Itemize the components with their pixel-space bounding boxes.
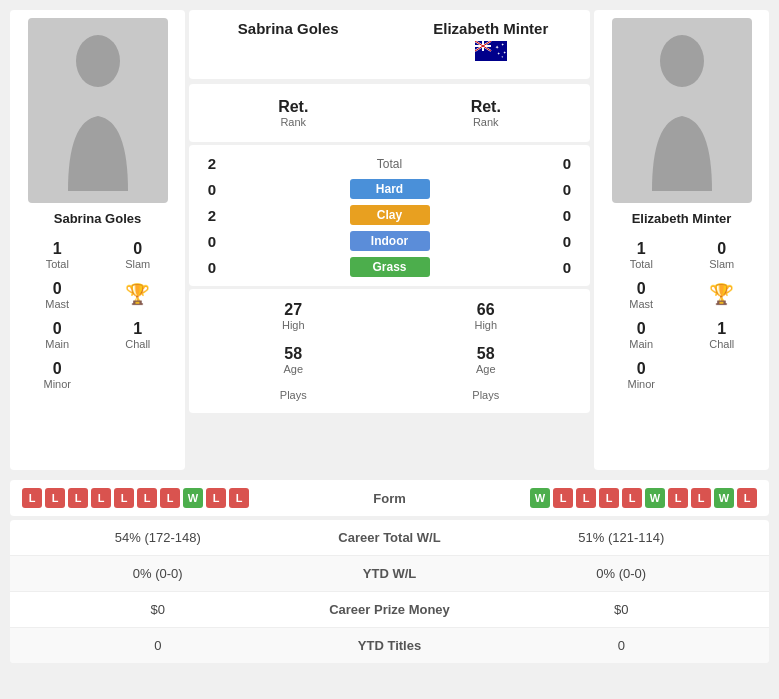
player2-total-cell: 1 Total [602, 236, 681, 274]
player1-avatar [28, 18, 168, 203]
player1-total-val: 1 [53, 240, 62, 258]
player1-rank-label: Rank [197, 116, 390, 128]
player1-minor-label: Minor [43, 378, 71, 390]
p2-form-8: L [691, 488, 711, 508]
p2-form-7: L [668, 488, 688, 508]
p1-age-val: 58 [197, 345, 390, 363]
player1-main-cell: 0 Main [18, 316, 97, 354]
player2-ret: Ret. [390, 98, 583, 116]
player1-ret: Ret. [197, 98, 390, 116]
player1-mast-label: Mast [45, 298, 69, 310]
player2-mast-label: Mast [629, 298, 653, 310]
p1-age-label: Age [197, 363, 390, 375]
career-total-label: Career Total W/L [290, 530, 490, 545]
p2-age-label: Age [390, 363, 583, 375]
p2-form-2: L [553, 488, 573, 508]
player1-mast-val: 0 [53, 280, 62, 298]
player1-name: Sabrina Goles [54, 211, 141, 226]
player2-mast-val: 0 [637, 280, 646, 298]
center-player2-name: Elizabeth Minter [433, 20, 548, 37]
player2-minor-cell: 0 Minor [602, 356, 681, 394]
grass-p2: 0 [552, 259, 582, 276]
hard-badge: Hard [350, 179, 430, 199]
player2-form-badges: W L L L L W L L W L [430, 488, 758, 508]
form-section: L L L L L L L W L L Form W L L L L W L L… [10, 480, 769, 516]
player2-avatar [612, 18, 752, 203]
hard-p2: 0 [552, 181, 582, 198]
total-label: Total [227, 157, 552, 171]
player2-slam-label: Slam [709, 258, 734, 270]
clay-p1: 2 [197, 207, 227, 224]
p2-form-5: L [622, 488, 642, 508]
player2-chall-label: Chall [709, 338, 734, 350]
player1-card: Sabrina Goles 1 Total 0 Slam 0 Mast 🏆 [10, 10, 185, 470]
player2-card: Elizabeth Minter 1 Total 0 Slam 0 Mast 🏆 [594, 10, 769, 470]
trophy1-icon: 🏆 [125, 282, 150, 306]
clay-badge: Clay [350, 205, 430, 225]
svg-point-14 [660, 35, 704, 87]
indoor-p1: 0 [197, 233, 227, 250]
indoor-badge: Indoor [350, 231, 430, 251]
player1-minor-val: 0 [53, 360, 62, 378]
clay-row: 2 Clay 0 [197, 202, 582, 228]
rank-row: Ret. Rank Ret. Rank [197, 94, 582, 132]
career-total-p1: 54% (172-148) [26, 530, 290, 545]
p1-form-3: L [68, 488, 88, 508]
player1-main-label: Main [45, 338, 69, 350]
surface-section: 2 Total 0 0 Hard 0 2 Clay 0 0 Indoor [189, 145, 590, 286]
stats-table: 54% (172-148) Career Total W/L 51% (121-… [10, 520, 769, 663]
p2-plays-label: Plays [390, 389, 583, 401]
p2-form-10: L [737, 488, 757, 508]
player1-chall-label: Chall [125, 338, 150, 350]
ytd-wl-p1: 0% (0-0) [26, 566, 290, 581]
player2-main-val: 0 [637, 320, 646, 338]
player2-total-val: 1 [637, 240, 646, 258]
player1-chall-val: 1 [133, 320, 142, 338]
grass-badge: Grass [350, 257, 430, 277]
p1-high-label: High [197, 319, 390, 331]
player1-stats-grid: 1 Total 0 Slam 0 Mast 🏆 0 Main [18, 236, 177, 394]
player2-minor-val: 0 [637, 360, 646, 378]
player-names-row: Sabrina Goles Elizabeth Minter [197, 20, 582, 61]
trophy2-icon: 🏆 [709, 282, 734, 306]
player2-minor-label: Minor [627, 378, 655, 390]
player2-mast-cell: 0 Mast [602, 276, 681, 314]
total-row: 2 Total 0 [197, 151, 582, 176]
indoor-row: 0 Indoor 0 [197, 228, 582, 254]
player1-slam-val: 0 [133, 240, 142, 258]
prize-money-p1: $0 [26, 602, 290, 617]
flag-container: ✦ ✦ ✦ ✦ ✦ [475, 41, 507, 61]
p1-plays-label: Plays [197, 389, 390, 401]
prize-money-row: $0 Career Prize Money $0 [10, 592, 769, 628]
player1-trophy: 🏆 [99, 276, 178, 314]
p1-form-6: L [137, 488, 157, 508]
career-total-p2: 51% (121-114) [490, 530, 754, 545]
p2-age-val: 58 [390, 345, 583, 363]
hard-p1: 0 [197, 181, 227, 198]
ytd-wl-label: YTD W/L [290, 566, 490, 581]
total-p1-val: 2 [197, 155, 227, 172]
p1-form-5: L [114, 488, 134, 508]
ytd-wl-p2: 0% (0-0) [490, 566, 754, 581]
p2-form-3: L [576, 488, 596, 508]
player2-rank-label: Rank [390, 116, 583, 128]
career-total-row: 54% (172-148) Career Total W/L 51% (121-… [10, 520, 769, 556]
p2-form-4: L [599, 488, 619, 508]
player2-name: Elizabeth Minter [632, 211, 732, 226]
p2-high-label: High [390, 319, 583, 331]
main-container: Sabrina Goles 1 Total 0 Slam 0 Mast 🏆 [0, 0, 779, 663]
player2-main-cell: 0 Main [602, 316, 681, 354]
hard-row: 0 Hard 0 [197, 176, 582, 202]
center-column: Sabrina Goles Elizabeth Minter [189, 10, 590, 470]
rank-left: Ret. Rank [197, 98, 390, 128]
p1-high-val: 27 [197, 301, 390, 319]
ytd-titles-p1: 0 [26, 638, 290, 653]
p1-form-10: L [229, 488, 249, 508]
p1-form-4: L [91, 488, 111, 508]
p2-form-6: W [645, 488, 665, 508]
prize-money-p2: $0 [490, 602, 754, 617]
p1-form-9: L [206, 488, 226, 508]
aus-flag-icon: ✦ ✦ ✦ ✦ ✦ [475, 41, 507, 61]
player2-trophy: 🏆 [683, 276, 762, 314]
player2-total-label: Total [630, 258, 653, 270]
